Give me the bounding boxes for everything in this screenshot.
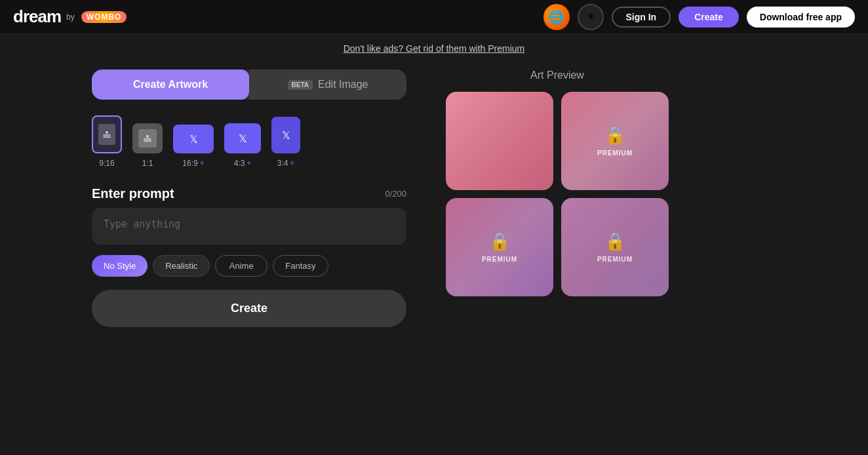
line3 [144, 138, 151, 140]
aspect-icon-43: 𝕏 [224, 123, 261, 153]
style-chip-fantasy[interactable]: Fantasy [273, 255, 328, 277]
premium-label-4: PREMIUM [597, 256, 633, 263]
aspect-item-34[interactable]: 𝕏 3:4 + [271, 117, 300, 168]
aspect-label-34: 3:4 + [277, 159, 295, 168]
aspect-icon-169: 𝕏 [173, 125, 214, 153]
prompt-header: Enter prompt 0/200 [92, 186, 406, 201]
tab-edit-label: Edit Image [318, 79, 368, 90]
art-card-3[interactable]: 🔒 PREMIUM [446, 198, 553, 296]
lock-icon-2: 🔒 [604, 125, 625, 146]
logo-dream: dream [13, 7, 61, 27]
header-right: 🌐 ☀ Sign In Create Download free app [543, 4, 856, 30]
logo-area: dream by WOMBO [13, 7, 127, 27]
aspect-item-169[interactable]: 𝕏 16:9 + [173, 125, 214, 168]
aspect-label-43: 4:3 + [234, 159, 252, 168]
main-content: Create Artwork BETA Edit Image 9:16 [0, 69, 868, 327]
tab-create-artwork[interactable]: Create Artwork [92, 69, 249, 100]
style-chip-realistic[interactable]: Realistic [153, 255, 210, 277]
aspect-label-11: 1:1 [142, 159, 153, 168]
tiktok-inner [98, 124, 115, 145]
tabs: Create Artwork BETA Edit Image [92, 69, 406, 100]
dot1 [106, 131, 108, 134]
aspect-icon-34: 𝕏 [271, 117, 300, 153]
art-card-1[interactable] [446, 92, 553, 190]
prompt-input[interactable] [92, 208, 406, 245]
aspect-item-916[interactable]: 9:16 [92, 115, 122, 168]
download-button[interactable]: Download free app [747, 7, 855, 28]
dot2 [146, 135, 149, 138]
create-header-button[interactable]: Create [679, 7, 739, 28]
ad-banner: Don't like ads? Get rid of them with Pre… [0, 34, 868, 63]
header: dream by WOMBO 🌐 ☀ Sign In Create Downlo… [0, 0, 868, 34]
art-card-2[interactable]: 🔒 PREMIUM [561, 92, 669, 190]
char-count: 0/200 [385, 189, 406, 199]
style-chip-no-style[interactable]: No Style [92, 255, 148, 277]
logo-by: by [66, 12, 75, 22]
twitter-icon-169: 𝕏 [189, 133, 198, 146]
plus-icon-34: + [290, 159, 294, 168]
style-chip-anime[interactable]: Anime [215, 255, 267, 277]
premium-label-2: PREMIUM [597, 149, 633, 157]
aspect-item-43[interactable]: 𝕏 4:3 + [224, 123, 261, 168]
art-card-4[interactable]: 🔒 PREMIUM [561, 198, 669, 296]
line2 [103, 136, 111, 138]
aspect-item-11[interactable]: 1:1 [132, 123, 163, 168]
sign-in-button[interactable]: Sign In [612, 7, 671, 28]
create-main-button[interactable]: Create [92, 290, 406, 327]
line4 [144, 140, 151, 142]
aspect-label-916: 9:16 [99, 159, 114, 168]
art-preview-title: Art Preview [446, 69, 669, 81]
aspect-label-169: 16:9 + [182, 159, 204, 168]
lock-icon-4: 🔒 [604, 231, 625, 252]
square-inner [138, 129, 157, 148]
theme-toggle-button[interactable]: ☀ [578, 4, 604, 30]
left-panel: Create Artwork BETA Edit Image 9:16 [92, 69, 406, 327]
twitter-icon-34: 𝕏 [282, 129, 290, 142]
wombo-logo: WOMBO [81, 11, 127, 23]
twitter-icon-43: 𝕏 [239, 132, 247, 145]
sun-icon: ☀ [586, 10, 595, 23]
right-panel: Art Preview 🔒 PREMIUM 🔒 PREMIUM 🔒 PREMIU… [446, 69, 669, 327]
line1 [103, 134, 111, 136]
art-grid: 🔒 PREMIUM 🔒 PREMIUM 🔒 PREMIUM [446, 92, 669, 296]
premium-label-3: PREMIUM [482, 256, 517, 263]
aspect-icon-11 [132, 123, 163, 153]
plus-icon-169: + [200, 159, 205, 168]
prompt-title: Enter prompt [92, 186, 174, 201]
lock-icon-3: 🔒 [489, 231, 510, 252]
globe-button[interactable]: 🌐 [543, 4, 570, 30]
style-chips: No Style Realistic Anime Fantasy [92, 255, 406, 277]
ad-banner-link[interactable]: Don't like ads? Get rid of them with Pre… [344, 43, 525, 54]
aspect-icon-916 [92, 115, 122, 153]
aspect-ratio-selector: 9:16 1:1 𝕏 16:9 + [92, 115, 406, 168]
tab-edit-image[interactable]: BETA Edit Image [249, 69, 406, 100]
beta-badge: BETA [288, 80, 313, 90]
plus-icon-43: + [247, 159, 251, 168]
